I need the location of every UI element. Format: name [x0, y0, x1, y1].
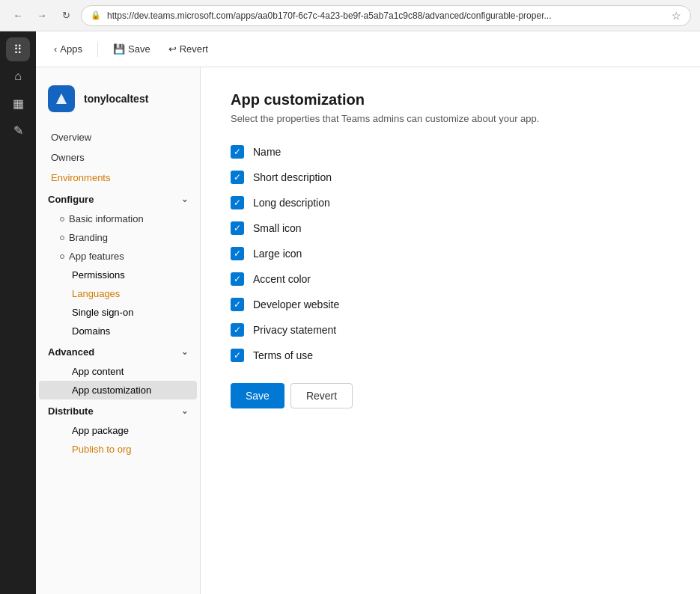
- right-panel: App customization Select the properties …: [201, 67, 700, 594]
- checkboxes-container: ✓Name✓Short description✓Long description…: [231, 145, 670, 362]
- nav-app-content[interactable]: App content: [39, 362, 197, 381]
- address-bar[interactable]: 🔒 https://dev.teams.microsoft.com/apps/a…: [81, 5, 691, 26]
- distribute-chevron-icon: ⌄: [181, 406, 188, 416]
- checkbox-row-name: ✓Name: [231, 145, 670, 159]
- check-icon: ✓: [234, 173, 241, 182]
- lock-icon: 🔒: [91, 10, 101, 20]
- advanced-chevron-icon: ⌄: [181, 347, 188, 357]
- nav-permissions[interactable]: Permissions: [39, 266, 197, 284]
- nav-overview[interactable]: Overview: [39, 127, 197, 147]
- checkbox-long-description[interactable]: ✓: [231, 196, 244, 209]
- sidebar-apps-icon[interactable]: ▦: [6, 91, 30, 115]
- nav-owners[interactable]: Owners: [39, 147, 197, 168]
- app-header: tonylocaltest: [36, 79, 200, 127]
- back-to-apps-button[interactable]: ‹ Apps: [48, 40, 88, 58]
- action-buttons: Save Revert: [231, 383, 670, 408]
- sidebar-home-icon[interactable]: ⌂: [6, 64, 30, 88]
- configure-chevron-icon: ⌄: [181, 195, 188, 204]
- check-icon: ✓: [234, 325, 241, 334]
- teams-sidebar: ⠿ ⌂ ▦ ✎: [0, 31, 36, 594]
- checkbox-row-developer-website: ✓Developer website: [231, 298, 670, 311]
- bullet-icon: [60, 217, 64, 221]
- main-area: ‹ Apps 💾 Save ↩ Revert: [36, 31, 700, 594]
- toolbar-divider: [97, 42, 98, 57]
- revert-icon: ↩: [168, 43, 177, 55]
- advanced-section-header[interactable]: Advanced ⌄: [36, 340, 200, 362]
- back-arrow-icon: ‹: [54, 43, 57, 55]
- app-logo: [48, 85, 75, 112]
- nav-domains[interactable]: Domains: [39, 322, 197, 340]
- nav-app-package[interactable]: App package: [39, 421, 197, 440]
- check-icon: ✓: [234, 300, 241, 309]
- sidebar-edit-icon[interactable]: ✎: [6, 118, 30, 142]
- check-icon: ✓: [234, 275, 241, 284]
- toolbar-revert-button[interactable]: ↩ Revert: [162, 40, 214, 58]
- checkbox-large-icon[interactable]: ✓: [231, 247, 244, 260]
- configure-label: Configure: [48, 194, 94, 205]
- checkbox-row-long-description: ✓Long description: [231, 196, 670, 209]
- distribute-section-header[interactable]: Distribute ⌄: [36, 399, 200, 421]
- app-name: tonylocaltest: [84, 93, 148, 105]
- checkbox-accent-color[interactable]: ✓: [231, 272, 244, 286]
- checkbox-privacy-statement[interactable]: ✓: [231, 323, 244, 337]
- toolbar: ‹ Apps 💾 Save ↩ Revert: [36, 31, 700, 67]
- advanced-label: Advanced: [48, 346, 94, 358]
- distribute-label: Distribute: [48, 405, 94, 417]
- browser-chrome: ← → ↻ 🔒 https://dev.teams.microsoft.com/…: [0, 0, 700, 31]
- checkbox-row-privacy-statement: ✓Privacy statement: [231, 323, 670, 337]
- checkbox-label-developer-website: Developer website: [253, 298, 339, 310]
- save-button[interactable]: Save: [231, 383, 284, 408]
- checkbox-label-short-description: Short description: [253, 171, 332, 183]
- nav-branding[interactable]: Branding: [39, 228, 197, 247]
- checkbox-label-privacy-statement: Privacy statement: [253, 324, 336, 336]
- check-icon: ✓: [234, 224, 241, 233]
- svg-marker-0: [56, 94, 67, 104]
- revert-button[interactable]: Revert: [290, 383, 353, 408]
- checkbox-label-accent-color: Accent color: [253, 273, 311, 285]
- configure-section-header[interactable]: Configure ⌄: [36, 188, 200, 209]
- checkbox-row-large-icon: ✓Large icon: [231, 247, 670, 260]
- content-area: tonylocaltest Overview Owners Environmen…: [36, 67, 700, 594]
- checkbox-row-small-icon: ✓Small icon: [231, 221, 670, 235]
- forward-nav-button[interactable]: →: [33, 7, 51, 25]
- check-icon: ✓: [234, 147, 241, 156]
- left-nav: tonylocaltest Overview Owners Environmen…: [36, 67, 201, 594]
- bullet-icon: [60, 254, 64, 259]
- checkbox-label-terms-of-use: Terms of use: [253, 349, 313, 361]
- checkbox-developer-website[interactable]: ✓: [231, 298, 244, 311]
- nav-environments[interactable]: Environments: [39, 168, 197, 188]
- checkbox-name[interactable]: ✓: [231, 145, 244, 159]
- checkbox-short-description[interactable]: ✓: [231, 171, 244, 184]
- check-icon: ✓: [234, 249, 241, 258]
- checkbox-label-long-description: Long description: [253, 197, 330, 209]
- checkbox-terms-of-use[interactable]: ✓: [231, 349, 244, 362]
- check-icon: ✓: [234, 351, 241, 360]
- bookmark-icon[interactable]: ☆: [672, 10, 681, 22]
- checkbox-label-name: Name: [253, 146, 281, 158]
- checkbox-label-small-icon: Small icon: [253, 222, 302, 234]
- check-icon: ✓: [234, 198, 241, 207]
- nav-single-sign-on[interactable]: Single sign-on: [39, 303, 197, 322]
- save-icon: 💾: [113, 43, 125, 55]
- toolbar-save-button[interactable]: 💾 Save: [107, 40, 156, 58]
- nav-app-customization[interactable]: App customization: [39, 381, 197, 399]
- bullet-icon: [60, 236, 64, 240]
- nav-languages[interactable]: Languages: [39, 284, 197, 303]
- nav-publish-to-org[interactable]: Publish to org: [39, 440, 197, 459]
- checkbox-row-short-description: ✓Short description: [231, 171, 670, 184]
- checkbox-row-terms-of-use: ✓Terms of use: [231, 349, 670, 362]
- nav-app-features[interactable]: App features: [39, 247, 197, 266]
- url-text: https://dev.teams.microsoft.com/apps/aa0…: [107, 10, 666, 21]
- back-nav-button[interactable]: ←: [9, 7, 27, 25]
- back-label: Apps: [60, 43, 82, 55]
- reload-button[interactable]: ↻: [57, 7, 75, 25]
- checkbox-small-icon[interactable]: ✓: [231, 221, 244, 235]
- app-shell: ⠿ ⌂ ▦ ✎ ‹ Apps 💾 Save ↩ Revert: [0, 31, 700, 594]
- nav-basic-information[interactable]: Basic information: [39, 209, 197, 228]
- panel-subtitle: Select the properties that Teams admins …: [231, 113, 670, 124]
- panel-title: App customization: [231, 91, 670, 108]
- sidebar-grid-icon[interactable]: ⠿: [6, 37, 30, 61]
- checkbox-label-large-icon: Large icon: [253, 248, 302, 260]
- checkbox-row-accent-color: ✓Accent color: [231, 272, 670, 286]
